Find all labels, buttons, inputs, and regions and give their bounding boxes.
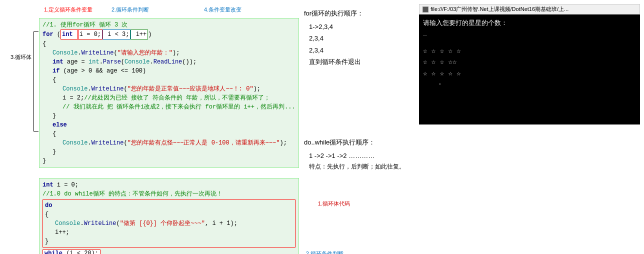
for-exec-title: for循环的执行顺序：: [304, 9, 414, 18]
annotation-3: 4.条件变量改变: [204, 6, 242, 14]
dowhile-exec-item-2: 特点：先执行，后判断；如此往复。: [304, 162, 414, 172]
annotation-while-cond: 2.循环条件判断: [306, 250, 344, 254]
body-line-8: }: [52, 112, 56, 120]
terminal-title: file:///F:/03广州传智.Net上课视频/DotNet16期基础班/上…: [430, 6, 568, 13]
body-line-3: if (age > 0 && age <= 100): [52, 68, 146, 74]
star-line-2: ☆ ☆ ☆ ☆☆: [423, 56, 636, 68]
dowhile-comment: //1.0 do while循环 的特点：不管条件如何，先执行一次再说！: [42, 190, 222, 198]
body-line-6: i = 2;//此处因为已经 接收了 符合条件的 年龄，所以，不需要再循环了；: [62, 94, 270, 102]
for-init-box: int: [60, 30, 78, 40]
dowhile-exec-item-1: 1 ->2 ->1 ->2 …………: [304, 150, 414, 162]
for-comment: //1. 使用for循环 循环 3 次: [42, 22, 128, 28]
body-line-5: Console.WriteLine("您的年龄是正常值~~~应该是地球人~~！:…: [62, 86, 260, 92]
body-line-12: }: [52, 148, 56, 156]
for-exec-item-4: 直到循环条件退出: [304, 56, 414, 68]
body-line-2: int age = int.Parse(Console.ReadLine());: [52, 58, 196, 66]
annotation-1: 1.定义循环条件变量: [44, 6, 92, 14]
brace-close: }: [42, 158, 46, 164]
body-label: 3.循环体: [10, 54, 32, 60]
dowhile-body-1: Console.WriteLine("做第 [{0}] 个仰卧起坐~~~", i…: [55, 220, 238, 227]
for-paren-close: ): [148, 30, 152, 39]
brace-open: {: [42, 40, 46, 48]
dowhile-body-2: i++;: [55, 229, 70, 236]
while-line: while (i < 20);: [44, 250, 98, 254]
for-cond-box: i < 3;: [102, 30, 130, 40]
dowhile-var: int i = 0;: [42, 182, 78, 188]
for-exec-item-2: 2,3,4: [304, 32, 414, 44]
dowhile-brace-open: {: [45, 211, 48, 218]
terminal-prompt: 请输入您要打的星星的个数：: [423, 18, 636, 28]
body-line-1: Console.WriteLine("请输入您的年龄：");: [52, 50, 180, 56]
star-line-1: ☆ ☆ ☆ ☆ ☆: [423, 46, 636, 56]
body-line-7: // 我们就在此 把 循环条件i改成2，接下来会执行 for循环里的 i++，然…: [62, 104, 296, 110]
body-line-4: {: [52, 76, 56, 84]
body-line-10: {: [52, 130, 56, 138]
for-keyword: for: [42, 30, 57, 39]
star-line-3: ☆ ☆ ☆ ☆ ☆: [423, 68, 636, 79]
dot-line: .: [423, 79, 636, 86]
dowhile-exec-title: do..while循环执行顺序：: [304, 138, 414, 147]
terminal-icon: [422, 6, 428, 12]
do-keyword: do: [45, 202, 52, 209]
annotation-2: 2.循环条件判断: [112, 6, 149, 14]
terminal-body: 请输入您要打的星星的个数： _ ☆ ☆ ☆ ☆ ☆ ☆ ☆ ☆ ☆☆ ☆ ☆ ☆…: [419, 14, 640, 124]
for-exec-item-3: 2,3,4: [304, 44, 414, 56]
for-incr-box: i++: [130, 30, 148, 40]
dowhile-brace-close: }: [45, 238, 48, 245]
annotation-body-code: 1.循环体代码: [318, 200, 350, 206]
body-line-9: else: [52, 122, 67, 128]
for-init-val: i = 0;: [78, 30, 102, 40]
body-line-11: Console.WriteLine("您的年龄有点怪~~~正常人是 0-100，…: [62, 140, 287, 146]
for-paren-open: (: [57, 30, 60, 39]
terminal-title-bar: file:///F:/03广州传智.Net上课视频/DotNet16期基础班/上…: [419, 4, 640, 14]
for-exec-item-1: 1->2,3,4: [304, 21, 414, 32]
